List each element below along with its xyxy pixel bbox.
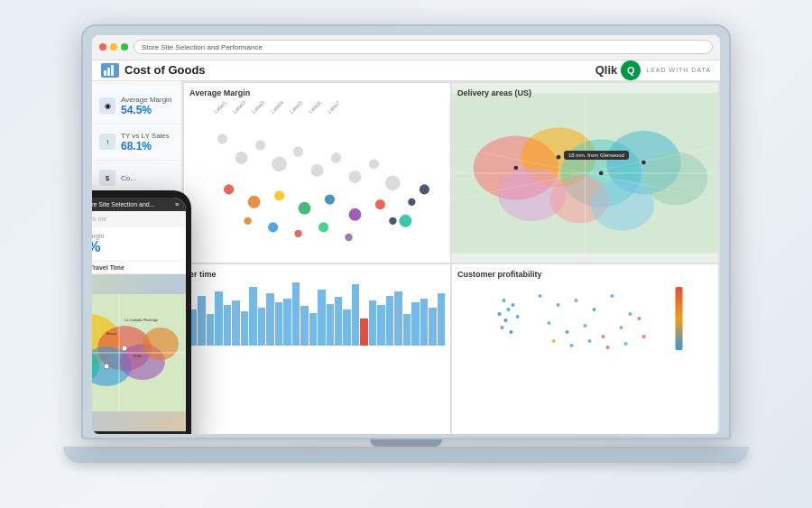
sidebar-sales-value: 68.1% (121, 140, 170, 152)
sidebar-item-margin[interactable]: ◉ Average Margin 54.5% (92, 88, 181, 125)
bar-30 (438, 293, 445, 346)
svg-point-12 (255, 140, 265, 150)
sidebar-sales-label: TY vs LY Sales (121, 132, 170, 140)
laptop-screen-inner: Store Site Selection and Performance (92, 35, 720, 434)
svg-text:Label2: Label2 (232, 101, 246, 115)
laptop-screen-outer: Store Site Selection and Performance (81, 24, 731, 439)
svg-point-57 (512, 303, 515, 307)
bar-3 (207, 314, 214, 346)
margin-icon: ◉ (99, 97, 115, 114)
bar-19 (343, 309, 350, 346)
laptop-base (63, 447, 749, 463)
mobile-menu-btn[interactable]: ≡ (175, 201, 179, 208)
title-icon (101, 63, 119, 78)
svg-point-15 (311, 163, 324, 176)
svg-point-24 (325, 194, 335, 204)
svg-rect-53 (676, 287, 683, 350)
bar-5 (224, 305, 231, 346)
svg-point-26 (375, 199, 385, 209)
svg-text:Azusa: Azusa (106, 331, 117, 336)
svg-point-49 (513, 165, 518, 170)
svg-point-67 (629, 312, 632, 316)
svg-point-63 (557, 303, 560, 307)
profitability-svg (457, 282, 713, 355)
svg-point-22 (274, 190, 284, 200)
bar-7 (241, 311, 248, 346)
svg-point-10 (217, 134, 227, 143)
dot-green[interactable] (121, 43, 128, 51)
panel-customer-profitability: Customer profitability (452, 264, 718, 433)
mobile-search-bar[interactable]: 🔍 Bookmark me (92, 211, 186, 227)
svg-point-29 (268, 222, 278, 232)
svg-point-55 (507, 308, 511, 311)
mobile-map-title: Shops by Travel Time (92, 262, 186, 274)
svg-point-41 (643, 152, 707, 205)
svg-point-58 (504, 319, 508, 322)
browser-chrome: Store Site Selection and Performance (92, 35, 720, 60)
svg-point-13 (272, 156, 287, 171)
mobile-kpi-label: Average Margin (92, 233, 179, 239)
panel-average-margin: Average Margin Label1 Label2 Label3 Labe… (184, 83, 450, 263)
bar-29 (429, 308, 436, 346)
svg-point-70 (584, 324, 587, 328)
bar-24 (386, 296, 393, 346)
bar-18 (335, 297, 342, 346)
browser-url-bar[interactable]: Store Site Selection and Performance (134, 40, 713, 54)
laptop-notch (370, 439, 442, 447)
profitability-title: Customer profitability (457, 270, 713, 279)
cost-icon: $ (99, 170, 115, 186)
bar-13 (292, 282, 300, 346)
sidebar-cost-label: Co... (121, 174, 136, 182)
sidebar-item-sales[interactable]: ↑ TY vs LY Sales 68.1% (92, 125, 181, 161)
bar-9 (258, 308, 265, 346)
svg-point-11 (235, 151, 248, 163)
svg-point-33 (389, 217, 396, 224)
qlik-tagline: LEAD WITH DATA (646, 67, 711, 73)
svg-rect-2 (111, 65, 114, 76)
mobile-kpi-value: 54.5% (92, 239, 179, 255)
bar-10 (266, 293, 273, 346)
svg-rect-1 (107, 68, 110, 76)
svg-text:El Mo...: El Mo... (134, 355, 144, 358)
dashboard-title-group: Cost of Goods (101, 63, 206, 78)
bar-11 (275, 302, 282, 346)
svg-point-56 (498, 312, 502, 316)
mobile-footer: ‹ Cost of Goods › (92, 431, 186, 434)
svg-point-91 (104, 364, 109, 369)
margin-time-title: er time (189, 270, 445, 279)
bar-28 (420, 299, 428, 346)
bar-16 (318, 290, 325, 346)
mobile-header: ‹ Store Site Selection and... ≡ (92, 198, 186, 211)
panel-delivery-areas: Delivery areas (US) 18 min. from Glenwoo… (452, 83, 718, 263)
map-tooltip: 18 min. from Glenwood (564, 151, 629, 160)
bar-27 (411, 302, 419, 346)
svg-point-23 (299, 201, 311, 214)
bar-22 (369, 300, 376, 346)
bar-15 (309, 313, 317, 346)
sidebar-margin-value: 54.5% (121, 104, 171, 116)
scatter-plot-svg: Label1 Label2 Label3 Label4 Label5 Label… (189, 101, 445, 253)
svg-point-51 (599, 171, 604, 175)
dot-yellow[interactable] (110, 43, 117, 51)
svg-point-14 (293, 146, 303, 156)
svg-point-75 (570, 344, 574, 347)
avg-margin-scatter: Label1 Label2 Label3 Label4 Label5 Label… (189, 101, 445, 253)
svg-text:Label4: Label4 (270, 101, 284, 115)
svg-point-25 (348, 208, 361, 220)
svg-point-69 (566, 330, 569, 334)
svg-point-65 (593, 308, 596, 311)
svg-point-19 (385, 175, 401, 190)
svg-point-90 (122, 346, 127, 351)
browser-dots (99, 43, 128, 51)
svg-point-72 (620, 326, 623, 329)
svg-point-61 (510, 330, 513, 334)
svg-text:Label6: Label6 (308, 101, 322, 115)
bar-highlight (360, 319, 367, 346)
mobile-header-title: Store Site Selection and... (92, 201, 155, 208)
svg-point-66 (611, 294, 614, 298)
dot-red[interactable] (99, 43, 106, 51)
svg-point-59 (516, 315, 520, 319)
svg-point-44 (590, 179, 654, 230)
bar-20 (352, 284, 359, 346)
svg-point-50 (557, 154, 561, 159)
